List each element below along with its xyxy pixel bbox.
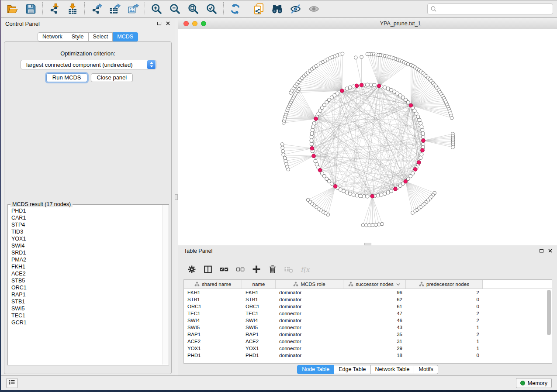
- mcds-result-item[interactable]: STB5: [11, 277, 163, 284]
- network-node[interactable]: [320, 172, 324, 175]
- network-node[interactable]: [312, 121, 316, 125]
- mcds-node[interactable]: [360, 83, 363, 87]
- mcds-node[interactable]: [421, 148, 425, 152]
- column-header-successor-nodes[interactable]: successor nodes: [343, 280, 406, 289]
- deselect-all-icon[interactable]: [235, 265, 245, 274]
- network-node[interactable]: [311, 128, 314, 132]
- satellite-node[interactable]: [406, 62, 410, 66]
- network-node[interactable]: [310, 132, 314, 135]
- mcds-result-item[interactable]: PHD1: [11, 207, 163, 214]
- network-node[interactable]: [416, 115, 420, 119]
- network-node[interactable]: [348, 86, 352, 89]
- close-table-panel-icon[interactable]: [547, 248, 553, 254]
- mcds-result-item[interactable]: STB1: [11, 298, 163, 305]
- network-node[interactable]: [373, 83, 376, 87]
- network-node[interactable]: [314, 159, 317, 163]
- mcds-result-item[interactable]: ACE2: [11, 270, 163, 277]
- satellite-node[interactable]: [377, 223, 381, 226]
- delete-row-icon[interactable]: [268, 265, 277, 274]
- mcds-result-item[interactable]: SWI5: [11, 305, 163, 312]
- network-node[interactable]: [420, 153, 423, 156]
- network-node[interactable]: [310, 135, 313, 139]
- satellite-node[interactable]: [371, 224, 374, 227]
- open-session-icon[interactable]: [7, 3, 18, 15]
- satellite-node[interactable]: [281, 146, 284, 150]
- network-node[interactable]: [310, 142, 313, 146]
- float-panel-icon[interactable]: [156, 21, 162, 26]
- network-node[interactable]: [419, 156, 422, 160]
- mcds-result-item[interactable]: FKH1: [11, 263, 163, 270]
- satellite-node[interactable]: [381, 222, 384, 226]
- show-details-icon[interactable]: [308, 3, 320, 15]
- table-tab-node-table[interactable]: Node Table: [297, 365, 334, 374]
- table-row[interactable]: YOX1YOX1connector291: [184, 345, 552, 352]
- network-node[interactable]: [348, 192, 352, 196]
- network-node[interactable]: [422, 142, 425, 146]
- network-node[interactable]: [310, 139, 313, 142]
- mcds-result-item[interactable]: STP4: [11, 221, 163, 228]
- table-row[interactable]: RAP1RAP1dominator352: [184, 331, 552, 338]
- import-network-icon[interactable]: [48, 3, 60, 15]
- table-scrollbar-thumb[interactable]: [547, 290, 551, 335]
- network-node[interactable]: [376, 194, 380, 197]
- table-row[interactable]: FKH1FKH1dominator962: [184, 289, 552, 296]
- mcds-node[interactable]: [314, 117, 318, 121]
- mcds-result-item[interactable]: CAR1: [11, 214, 163, 221]
- mcds-node[interactable]: [377, 84, 381, 88]
- mcds-node[interactable]: [404, 179, 408, 183]
- network-node[interactable]: [345, 87, 349, 90]
- mcds-result-item[interactable]: ORC1: [11, 284, 163, 291]
- mcds-node[interactable]: [310, 147, 314, 151]
- network-node[interactable]: [369, 83, 373, 86]
- satellite-node[interactable]: [451, 146, 455, 149]
- mcds-result-item[interactable]: SWI4: [11, 242, 163, 249]
- mcds-node[interactable]: [340, 89, 344, 93]
- tab-network[interactable]: Network: [38, 32, 67, 41]
- tab-select[interactable]: Select: [89, 32, 113, 41]
- close-panel-icon[interactable]: [165, 21, 171, 26]
- satellite-node[interactable]: [282, 153, 285, 156]
- table-row[interactable]: PHD1PHD1dominator180: [184, 352, 552, 359]
- mcds-node[interactable]: [355, 84, 359, 88]
- mcds-node[interactable]: [417, 161, 421, 165]
- refresh-icon[interactable]: [229, 3, 241, 15]
- mcds-node[interactable]: [333, 185, 337, 189]
- mcds-node[interactable]: [370, 194, 374, 198]
- search-box[interactable]: [427, 3, 553, 14]
- table-row[interactable]: ACE2ACE2connector311: [184, 338, 552, 345]
- mcds-node[interactable]: [312, 154, 316, 158]
- clone-network-icon[interactable]: [253, 3, 265, 15]
- optimization-criterion-select[interactable]: largest connected component (undirected): [21, 60, 156, 69]
- column-header-MCDS-role[interactable]: MCDS role: [276, 280, 343, 289]
- satellite-node[interactable]: [306, 198, 310, 202]
- mcds-node[interactable]: [413, 168, 417, 172]
- network-node[interactable]: [345, 191, 349, 194]
- mcds-result-item[interactable]: PMA2: [11, 256, 163, 263]
- mcds-result-item[interactable]: TID3: [11, 228, 163, 235]
- column-header-shared-name[interactable]: shared name: [184, 280, 242, 289]
- table-row[interactable]: TEC1TEC1connector472: [184, 310, 552, 317]
- export-table-icon[interactable]: [109, 3, 121, 15]
- network-node[interactable]: [366, 83, 369, 86]
- satellite-node[interactable]: [298, 87, 301, 91]
- satellite-node[interactable]: [281, 150, 285, 153]
- mcds-node[interactable]: [394, 187, 398, 191]
- export-image-icon[interactable]: [127, 3, 139, 15]
- mcds-result-item[interactable]: RAP1: [11, 291, 163, 298]
- network-node[interactable]: [315, 162, 318, 166]
- network-node[interactable]: [352, 193, 355, 196]
- network-node[interactable]: [386, 191, 390, 194]
- satellite-node[interactable]: [280, 143, 284, 146]
- show-columns-icon[interactable]: [203, 265, 213, 274]
- import-table-icon[interactable]: [67, 3, 79, 15]
- mcds-result-item[interactable]: SRD1: [11, 249, 163, 256]
- network-node[interactable]: [389, 189, 393, 193]
- network-node[interactable]: [421, 132, 425, 135]
- table-scrollbar[interactable]: [547, 289, 551, 363]
- satellite-node[interactable]: [374, 223, 377, 227]
- export-network-icon[interactable]: [90, 3, 102, 15]
- zoom-in-icon[interactable]: [151, 3, 163, 15]
- satellite-node[interactable]: [360, 55, 363, 59]
- column-header-name[interactable]: name: [242, 280, 276, 289]
- mcds-result-list[interactable]: PHD1CAR1STP4TID3YOX1SWI4SRD1PMA2FKH1ACE2…: [8, 205, 163, 364]
